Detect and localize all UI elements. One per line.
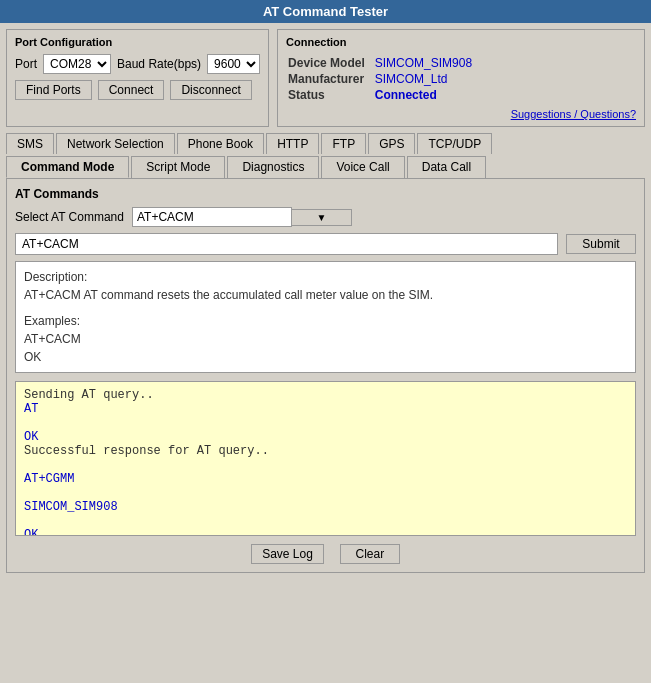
disconnect-button[interactable]: Disconnect bbox=[170, 80, 251, 100]
save-log-button[interactable]: Save Log bbox=[251, 544, 324, 564]
output-line: OK bbox=[24, 528, 627, 536]
at-command-select[interactable] bbox=[132, 207, 292, 227]
output-line bbox=[24, 458, 627, 472]
output-line bbox=[24, 486, 627, 500]
suggestions-link[interactable]: Suggestions / Questions? bbox=[286, 108, 636, 120]
baud-label: Baud Rate(bps) bbox=[117, 57, 201, 71]
tab-phone-book[interactable]: Phone Book bbox=[177, 133, 264, 154]
port-select[interactable]: COM28 bbox=[43, 54, 111, 74]
tab-gps[interactable]: GPS bbox=[368, 133, 415, 154]
tab-diagnostics[interactable]: Diagnostics bbox=[227, 156, 319, 178]
clear-button[interactable]: Clear bbox=[340, 544, 400, 564]
device-model-label: Device Model bbox=[288, 56, 373, 70]
tab-command-mode[interactable]: Command Mode bbox=[6, 156, 129, 178]
status-value: Connected bbox=[375, 88, 472, 102]
connection-label: Connection bbox=[286, 36, 636, 48]
app-title: AT Command Tester bbox=[263, 4, 388, 19]
output-line bbox=[24, 416, 627, 430]
output-line: Sending AT query.. bbox=[24, 388, 627, 402]
tab-row-1: SMS Network Selection Phone Book HTTP FT… bbox=[6, 133, 645, 154]
bottom-btn-row: Save Log Clear bbox=[15, 544, 636, 564]
port-label: Port bbox=[15, 57, 37, 71]
port-config-label: Port Configuration bbox=[15, 36, 260, 48]
find-ports-button[interactable]: Find Ports bbox=[15, 80, 92, 100]
at-commands-label: AT Commands bbox=[15, 187, 636, 201]
submit-button[interactable]: Submit bbox=[566, 234, 636, 254]
select-at-command-label: Select AT Command bbox=[15, 210, 124, 224]
device-model-value: SIMCOM_SIM908 bbox=[375, 56, 472, 70]
example-line2: OK bbox=[24, 348, 627, 366]
output-line: AT bbox=[24, 402, 627, 416]
title-bar: AT Command Tester bbox=[0, 0, 651, 23]
command-input[interactable] bbox=[15, 233, 558, 255]
baud-select[interactable]: 9600 bbox=[207, 54, 260, 74]
tab-ftp[interactable]: FTP bbox=[321, 133, 366, 154]
tab-http[interactable]: HTTP bbox=[266, 133, 319, 154]
tab-voice-call[interactable]: Voice Call bbox=[321, 156, 404, 178]
manufacturer-value: SIMCOM_Ltd bbox=[375, 72, 472, 86]
output-line bbox=[24, 514, 627, 528]
tab-row-2: Command Mode Script Mode Diagnostics Voi… bbox=[6, 156, 645, 178]
example-line1: AT+CACM bbox=[24, 330, 627, 348]
at-select-wrap: ▼ bbox=[132, 207, 352, 227]
at-command-dropdown-btn[interactable]: ▼ bbox=[292, 209, 352, 226]
description-title: Description: bbox=[24, 268, 627, 286]
select-at-command-row: Select AT Command ▼ bbox=[15, 207, 636, 227]
tab-script-mode[interactable]: Script Mode bbox=[131, 156, 225, 178]
output-line: Successful response for AT query.. bbox=[24, 444, 627, 458]
manufacturer-label: Manufacturer bbox=[288, 72, 373, 86]
output-box[interactable]: Sending AT query..AT OKSuccessful respon… bbox=[15, 381, 636, 536]
output-line: OK bbox=[24, 430, 627, 444]
examples-title: Examples: bbox=[24, 312, 627, 330]
tab-sms[interactable]: SMS bbox=[6, 133, 54, 154]
command-row: Submit bbox=[15, 233, 636, 255]
output-line: AT+CGMM bbox=[24, 472, 627, 486]
connect-button[interactable]: Connect bbox=[98, 80, 165, 100]
inner-panel: AT Commands Select AT Command ▼ Submit D… bbox=[6, 178, 645, 573]
output-line: SIMCOM_SIM908 bbox=[24, 500, 627, 514]
tab-network-selection[interactable]: Network Selection bbox=[56, 133, 175, 154]
status-label: Status bbox=[288, 88, 373, 102]
description-text: AT+CACM AT command resets the accumulate… bbox=[24, 286, 627, 304]
connection-panel: Connection Device Model SIMCOM_SIM908 Ma… bbox=[277, 29, 645, 127]
description-box: Description: AT+CACM AT command resets t… bbox=[15, 261, 636, 373]
tab-tcp-udp[interactable]: TCP/UDP bbox=[417, 133, 492, 154]
port-config-panel: Port Configuration Port COM28 Baud Rate(… bbox=[6, 29, 269, 127]
tab-data-call[interactable]: Data Call bbox=[407, 156, 486, 178]
connection-table: Device Model SIMCOM_SIM908 Manufacturer … bbox=[286, 54, 474, 104]
